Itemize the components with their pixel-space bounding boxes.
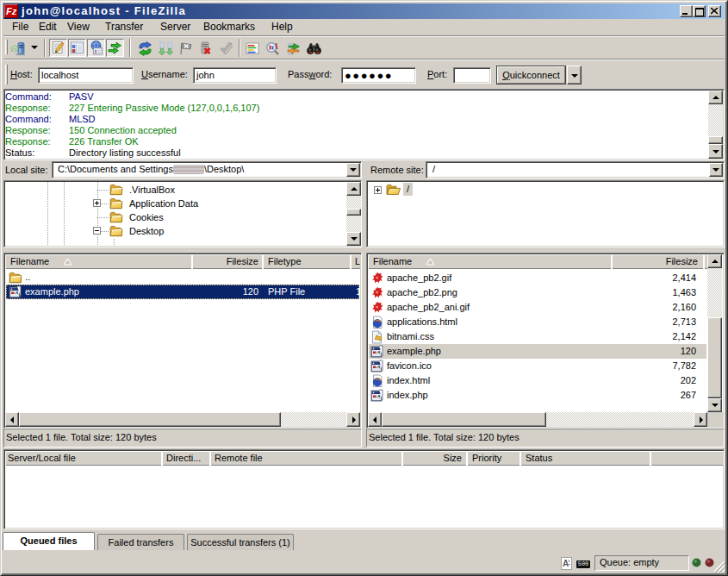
- svg-text:Fz: Fz: [6, 6, 17, 16]
